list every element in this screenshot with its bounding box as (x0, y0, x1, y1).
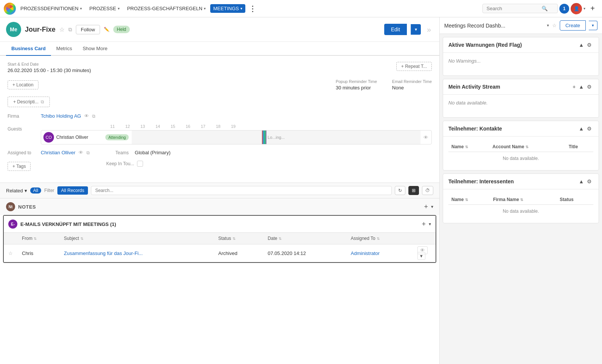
content-area: Start & End Date 26.02.2020 15:00 - 15:3… (0, 56, 439, 183)
email-section: E- E-MAILS VERKNÜPFT MIT MEETINGS (1) + … (3, 215, 436, 263)
tab-metrics[interactable]: Metrics (51, 42, 77, 56)
dashlet-title-activity: Mein Activity Stream (448, 84, 571, 90)
assigned-link[interactable]: Christian Olliver (41, 150, 75, 155)
guests-content: 11 12 13 14 15 16 17 18 19 CO Christian … (41, 124, 432, 144)
email-reminder-label: Email Reminder Time (392, 79, 432, 84)
nav-more-btn[interactable]: ⋮ (247, 3, 258, 14)
dashlet-teilnehmer-kontakte: Teilnehmer: Kontakte ▲ ⚙ Name ⇅ Account … (443, 121, 599, 170)
search-input[interactable] (487, 6, 539, 11)
all-records-button[interactable]: All Records (57, 186, 88, 195)
create-button[interactable]: Create (560, 20, 586, 31)
interessenten-col-name[interactable]: Name ⇅ (448, 195, 490, 205)
email-col-subject[interactable]: Subject ⇅ (59, 233, 214, 244)
dashlet-activity-stream: Mein Activity Stream + ▲ ⚙ No data avail… (443, 79, 599, 118)
firma-copy-icon[interactable]: ⧉ (92, 114, 95, 119)
tab-business-card[interactable]: Business Card (6, 42, 51, 56)
favorite-star-icon[interactable]: ☆ (59, 26, 65, 33)
email-row-caret-icon[interactable]: ▾ (417, 252, 425, 260)
teams-label: Teams (115, 150, 129, 155)
hour-19: 19 (226, 124, 241, 129)
location-button[interactable]: + Location (8, 80, 38, 89)
assigned-copy-icon[interactable]: ⧉ (86, 150, 90, 155)
assigned-row: Assigned to Christian Olliver 👁 ⧉ Teams … (8, 150, 432, 155)
email-col-assigned[interactable]: Assigned To ⇅ (346, 233, 413, 244)
interessenten-col-firma[interactable]: Firma Name ⇅ (490, 195, 557, 205)
copy-icon[interactable]: ⧉ (68, 26, 72, 33)
search-icon[interactable]: 🔍 (542, 6, 548, 11)
dashlet-settings-activity[interactable]: ⚙ (585, 83, 593, 91)
hour-18: 18 (211, 124, 226, 129)
email-collapse-button[interactable]: ▾ (429, 221, 431, 227)
refresh-button[interactable]: ↻ (395, 186, 405, 195)
email-subject-cell: Zusammenfassung für das Jour-Fi... (59, 244, 214, 262)
grid-view-button[interactable]: ⊞ (408, 186, 419, 195)
firma-eye-icon[interactable]: 👁 (84, 113, 89, 119)
email-col-from[interactable]: From ⇅ (17, 233, 59, 244)
email-add-button[interactable]: + (422, 220, 426, 228)
nav-prozessdef-btn[interactable]: PROZESSDEFINITIONEN ▾ (17, 4, 85, 13)
avatar-caret-icon[interactable]: ▾ (584, 6, 585, 11)
create-dropdown-caret[interactable]: ▾ (589, 21, 597, 30)
interessenten-col-status[interactable]: Status (557, 195, 593, 205)
nav-badge[interactable]: 1 (559, 4, 569, 14)
assigned-label: Assigned to (8, 150, 38, 155)
notes-section: Nt NOTES + ▾ (0, 198, 439, 215)
dashlet-collapse-interessenten[interactable]: ▲ (577, 178, 585, 185)
keep-in-touch-row: Keep In Tou... (106, 161, 143, 167)
edit-dropdown-caret[interactable]: ▾ (411, 24, 421, 35)
guest-eye-icon[interactable]: 👁 (420, 133, 431, 142)
kontakte-col-title[interactable]: Title (566, 142, 593, 152)
email-reminder-value: None (392, 85, 432, 91)
firma-link[interactable]: Tchibo Holding AG (41, 113, 81, 119)
repeat-button[interactable]: + Repeat T... (396, 62, 432, 71)
nav-avatar[interactable]: 👤 (571, 3, 582, 14)
dashlet-collapse-activity[interactable]: ▲ (577, 83, 585, 91)
hour-12: 12 (120, 124, 135, 129)
right-title-caret-icon[interactable]: ▾ (547, 23, 549, 28)
edit-button[interactable]: Edit (384, 24, 407, 35)
email-col-status[interactable]: Status ⇅ (214, 233, 263, 244)
dashlet-settings-warnungen[interactable]: ⚙ (585, 41, 593, 49)
email-assigned-link[interactable]: Administrator (351, 250, 380, 256)
tab-show-more[interactable]: Show More (77, 42, 113, 56)
related-search-input[interactable] (91, 186, 392, 195)
description-copy-icon[interactable]: ⧉ (41, 99, 44, 104)
nav-prozesse-btn[interactable]: PROZESSE ▾ (86, 4, 123, 13)
edit-pencil-icon[interactable]: ✏️ (104, 27, 109, 32)
follow-button[interactable]: Follow (76, 25, 100, 34)
notes-collapse-button[interactable]: ▾ (431, 204, 433, 209)
nav-geschaeftsregeln-btn[interactable]: PROZESS-GESCHÄFTSREGELN ▾ (124, 4, 209, 13)
keep-in-touch-checkbox[interactable] (137, 161, 143, 167)
email-status-cell: Archived (214, 244, 263, 262)
popup-reminder-field: Popup Reminder Time 30 minutes prior (336, 79, 377, 91)
clock-button[interactable]: ⏱ (422, 186, 433, 195)
dashlet-title-interessenten: Teilnehmer: Interessenten (448, 178, 577, 184)
related-dropdown[interactable]: Related ▾ (6, 188, 27, 194)
email-col-date[interactable]: Date ⇅ (263, 233, 346, 244)
description-button[interactable]: + Descripti... ⧉ (8, 97, 50, 107)
nav-meetings-btn[interactable]: MEETINGS ▾ (210, 4, 245, 13)
email-star-icon[interactable]: ☆ (8, 250, 13, 256)
nav-plus-btn[interactable]: + (587, 3, 598, 14)
right-panel-star-icon[interactable]: ☆ (552, 23, 557, 28)
dashlet-add-activity[interactable]: + (571, 83, 577, 91)
email-col-actions (413, 233, 436, 244)
dashlet-settings-interessenten[interactable]: ⚙ (585, 178, 593, 185)
geschaeftsregeln-caret-icon: ▾ (204, 6, 206, 11)
dashlet-collapse-kontakte[interactable]: ▲ (577, 125, 585, 132)
kontakte-col-name[interactable]: Name ⇅ (448, 142, 490, 152)
email-assigned-cell: Administrator (346, 244, 413, 262)
tags-button[interactable]: + Tags (8, 162, 31, 171)
dashlet-collapse-warnungen[interactable]: ▲ (577, 41, 585, 49)
right-panel-title: Meetings Record Dashb... (444, 23, 544, 29)
email-subject-link[interactable]: Zusammenfassung für das Jour-Fi... (64, 250, 143, 256)
dashlet-settings-kontakte[interactable]: ⚙ (585, 125, 593, 132)
status-badge: Held (113, 26, 130, 33)
nav-logo[interactable] (4, 3, 16, 15)
kontakte-col-account[interactable]: Account Name ⇅ (490, 142, 566, 152)
email-reminder-field: Email Reminder Time None (392, 79, 432, 91)
assigned-eye-icon[interactable]: 👁 (79, 150, 83, 155)
dashlet-empty-activity: No data available. (448, 100, 488, 106)
notes-add-button[interactable]: + (424, 203, 428, 211)
guests-label: Guests (8, 124, 38, 132)
